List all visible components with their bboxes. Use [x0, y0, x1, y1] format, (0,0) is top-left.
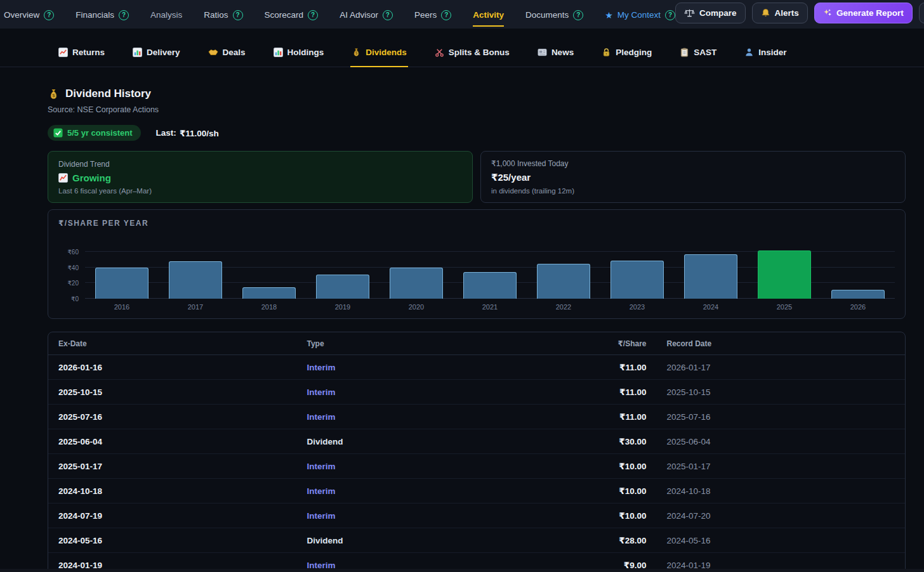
share-amount-cell: ₹30.00 — [597, 429, 657, 454]
table-row: 2024-10-18 Interim ₹10.00 2024-10-18 — [48, 479, 905, 504]
table-row: 2025-07-16 Interim ₹11.00 2025-07-16 — [48, 405, 905, 429]
tab-returns[interactable]: Returns — [57, 41, 106, 67]
nav-ratios[interactable]: Ratios ? — [204, 2, 242, 27]
nav-financials[interactable]: Financials ? — [76, 2, 129, 27]
nav-analysis[interactable]: Analysis — [150, 2, 182, 27]
chart-y-axis: ₹0 ₹20 ₹40 ₹60 — [58, 240, 85, 299]
x-tick-label: 2024 — [674, 303, 748, 311]
bar-slot — [674, 240, 748, 299]
last-value: ₹11.00/sh — [180, 128, 219, 138]
tab-pledging[interactable]: Pledging — [600, 41, 653, 67]
bar-slot — [380, 240, 453, 299]
help-icon[interactable]: ? — [308, 10, 318, 20]
tab-sast[interactable]: SAST — [678, 41, 718, 67]
chart-bar-2025 — [758, 250, 812, 299]
scissors-icon — [435, 48, 444, 57]
x-tick-label: 2026 — [821, 303, 895, 311]
tab-label: Insider — [758, 48, 786, 57]
badge-label: 5/5 yr consistent — [67, 128, 133, 138]
table-row: 2024-07-19 Interim ₹10.00 2024-07-20 — [48, 504, 905, 528]
ex-date-cell: 2025-07-16 — [48, 405, 297, 429]
clipboard-icon — [680, 48, 689, 57]
share-amount-cell: ₹10.00 — [597, 479, 657, 504]
nav-ai-advisor[interactable]: AI Advisor ? — [340, 2, 393, 27]
record-date-cell: 2024-05-16 — [657, 528, 906, 553]
tab-label: Splits & Bonus — [449, 48, 510, 57]
chart-area: ₹0 ₹20 ₹40 ₹60 — [58, 240, 895, 299]
x-tick-label: 2018 — [232, 303, 306, 311]
check-icon — [53, 128, 63, 138]
bar-slot — [527, 240, 600, 299]
x-tick-label: 2016 — [85, 303, 159, 311]
chart-bar-2021 — [463, 272, 517, 299]
consistency-badge: 5/5 yr consistent — [48, 125, 141, 141]
share-amount-cell: ₹10.00 — [597, 454, 657, 479]
compare-button[interactable]: Compare — [675, 3, 746, 23]
bell-icon — [761, 8, 770, 18]
tab-insider[interactable]: Insider — [743, 41, 788, 67]
chart-bar-2016 — [95, 268, 149, 299]
help-icon[interactable]: ? — [44, 10, 54, 20]
x-tick-label: 2017 — [159, 303, 232, 311]
nav-overview[interactable]: Overview ? — [4, 2, 54, 27]
help-icon[interactable]: ? — [441, 10, 451, 20]
dividends-panel: $ Dividend History Source: NSE Corporate… — [0, 88, 924, 572]
page-title-text: Dividend History — [65, 88, 151, 100]
bottom-strip — [0, 569, 924, 572]
bar-chart-icon — [274, 48, 283, 57]
summary-badges: 5/5 yr consistent Last: ₹11.00/sh — [48, 125, 906, 141]
last-dividend: Last: ₹11.00/sh — [156, 128, 219, 138]
bar-slot — [600, 240, 674, 299]
dividend-chart-card: ₹/SHARE PER YEAR ₹0 ₹20 ₹40 ₹60 20162017… — [48, 209, 906, 319]
svg-text:$: $ — [355, 51, 358, 56]
tab-news[interactable]: News — [536, 41, 575, 67]
ex-date-cell: 2025-10-15 — [48, 380, 297, 405]
help-icon[interactable]: ? — [233, 10, 243, 20]
nav-label: Ratios — [204, 10, 228, 20]
dividend-history-table: Ex-Date Type ₹/Share Record Date 2026-01… — [48, 332, 906, 572]
nav-my-context[interactable]: ★ My Context ? — [605, 2, 675, 27]
nav-label: Peers — [414, 10, 437, 20]
money-bag-icon: $ — [352, 48, 361, 57]
handshake-icon — [208, 48, 218, 56]
scale-icon — [684, 8, 695, 18]
tab-delivery[interactable]: Delivery — [131, 41, 182, 67]
y-tick: ₹60 — [68, 249, 79, 256]
share-amount-cell: ₹28.00 — [597, 528, 657, 553]
nav-label: My Context — [617, 10, 661, 20]
guides-button[interactable]: Guides — [919, 3, 924, 23]
type-cell: Interim — [297, 479, 597, 504]
help-icon[interactable]: ? — [383, 10, 393, 20]
trend-value: Growing — [58, 172, 462, 183]
y-tick: ₹20 — [68, 280, 79, 287]
generate-report-button[interactable]: Generate Report — [814, 3, 913, 23]
chart-plot-bars — [85, 240, 895, 299]
nav-peers[interactable]: Peers ? — [414, 2, 451, 27]
alerts-button[interactable]: Alerts — [752, 3, 808, 23]
nav-documents[interactable]: Documents ? — [525, 2, 583, 27]
help-icon[interactable]: ? — [573, 10, 583, 20]
nav-label: Analysis — [150, 10, 182, 20]
activity-tab-bar: Returns Delivery Deals Holdings $ Divide… — [0, 41, 924, 67]
help-icon[interactable]: ? — [119, 10, 129, 20]
tab-label: Returns — [72, 48, 105, 57]
bar-slot — [232, 240, 306, 299]
ex-date-cell: 2025-01-17 — [48, 454, 297, 479]
table-header-row: Ex-Date Type ₹/Share Record Date — [48, 332, 905, 355]
tab-splits-bonus[interactable]: Splits & Bonus — [433, 41, 511, 67]
header-type: Type — [297, 332, 597, 355]
topbar-buttons: Compare Alerts Generate Report Guides — [675, 6, 924, 23]
summary-cards: Dividend Trend Growing Last 6 fiscal yea… — [48, 151, 906, 203]
nav-activity[interactable]: Activity — [473, 2, 504, 27]
tab-holdings[interactable]: Holdings — [272, 41, 326, 67]
svg-text:$: $ — [52, 92, 55, 98]
tab-dividends[interactable]: $ Dividends — [350, 41, 408, 67]
help-icon[interactable]: ? — [665, 10, 675, 20]
card-label: Dividend Trend — [58, 160, 462, 169]
nav-scorecard[interactable]: Scorecard ? — [265, 2, 319, 27]
x-tick-label: 2025 — [748, 303, 821, 311]
tab-deals[interactable]: Deals — [207, 41, 247, 67]
card-subtext: in dividends (trailing 12m) — [491, 187, 895, 195]
nav-label: AI Advisor — [340, 10, 378, 20]
primary-nav: Overview ? Financials ? Analysis Ratios … — [4, 2, 675, 27]
